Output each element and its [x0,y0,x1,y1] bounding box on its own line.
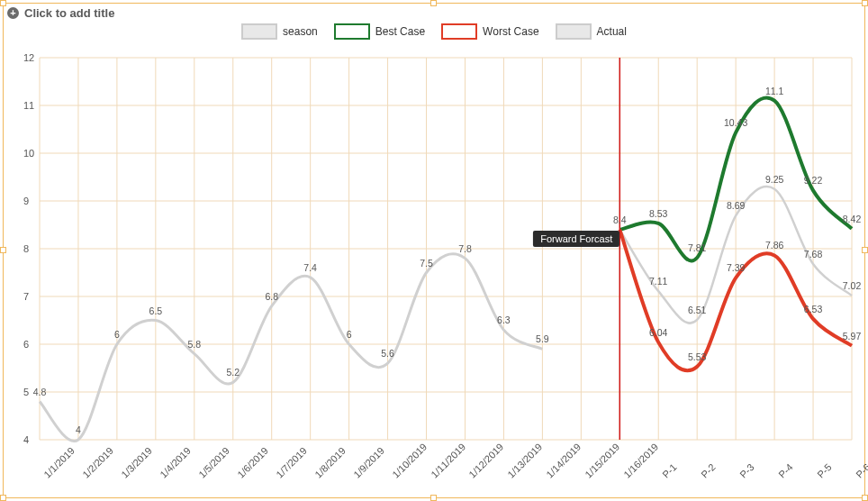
x-tick-label: 1/7/2019 [274,445,309,480]
x-tick-label: 1/2/2019 [80,445,115,480]
x-tick-label: 1/16/2019 [622,442,661,480]
forecast-tooltip: Forward Forcast [533,231,619,247]
chart-editor-canvas: { "title_placeholder": "Click to add tit… [0,0,868,501]
resize-handle[interactable] [430,495,437,501]
legend-item-worst[interactable]: Worst Case [441,23,538,40]
x-tick-label: P-1 [660,461,679,480]
legend-swatch [441,23,477,40]
x-tick-label: 1/11/2019 [429,442,467,480]
resize-handle[interactable] [862,247,868,253]
x-tick-label: 1/1/2019 [41,445,77,480]
resize-handle[interactable] [0,247,6,253]
y-tick-label: 11 [23,100,34,111]
chart-title-placeholder[interactable]: Click to add title [24,6,114,20]
x-tick-label: 1/8/2019 [312,445,348,480]
x-tick-label: 1/13/2019 [506,442,545,480]
resize-handle[interactable] [862,0,868,6]
legend-label: Actual [597,25,627,38]
legend-swatch [334,23,370,40]
y-tick-label: 7 [23,291,29,302]
legend-item-season[interactable]: season [241,23,318,40]
y-tick-label: 9 [23,196,29,206]
resize-handle[interactable] [430,0,437,6]
x-tick-label: P-3 [737,461,756,480]
x-tick-label: P-6 [854,461,868,480]
y-tick-label: 8 [23,243,29,254]
x-tick-label: 1/14/2019 [545,442,583,480]
x-tick-label: 1/3/2019 [119,445,154,480]
plot-area: Forward Forcast4567891011124.8466.55.85.… [20,54,855,443]
legend-label: season [283,25,318,38]
legend-item-best[interactable]: Best Case [334,23,425,40]
y-tick-label: 10 [23,148,34,159]
x-tick-label: P-2 [699,461,718,480]
chart-svg [20,54,855,443]
y-tick-label: 6 [23,339,29,350]
legend-item-actual[interactable]: Actual [556,23,627,40]
resize-handle[interactable] [0,0,6,6]
x-tick-label: P-5 [815,461,834,480]
chart-card[interactable]: + Click to add title season Best Case Wo… [3,3,865,498]
y-tick-label: 12 [23,52,34,63]
chart-title-bar: + Click to add title [4,4,864,25]
x-axis-labels: 1/1/20191/2/20191/3/20191/4/20191/5/2019… [20,440,855,490]
x-tick-label: 1/9/2019 [351,445,386,480]
plus-icon[interactable]: + [7,7,19,19]
x-tick-label: P-4 [776,461,795,480]
series-season [40,254,542,442]
legend-swatch [556,23,592,40]
legend: season Best Case Worst Case Actual [4,23,864,40]
resize-handle[interactable] [0,495,6,501]
x-tick-label: 1/15/2019 [583,442,622,480]
x-tick-label: 1/4/2019 [158,445,193,480]
legend-label: Worst Case [483,25,538,38]
y-tick-label: 5 [23,387,29,397]
legend-swatch [241,23,277,40]
x-tick-label: 1/6/2019 [235,445,270,480]
x-tick-label: 1/5/2019 [196,445,231,480]
x-tick-label: 1/12/2019 [467,442,506,480]
resize-handle[interactable] [862,495,868,501]
legend-label: Best Case [375,25,425,38]
x-tick-label: 1/10/2019 [390,442,429,480]
